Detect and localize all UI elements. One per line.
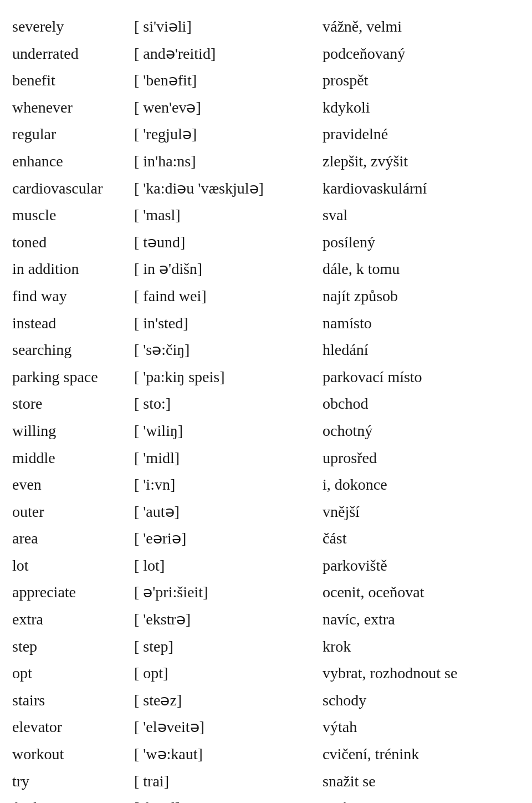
table-row: underrated[ andə'reitid]podceňovaný [11, 40, 521, 68]
translation-cell: sval [321, 202, 521, 229]
word-cell: workout [11, 741, 133, 768]
word-cell: underrated [11, 40, 133, 68]
phonetic-cell: [ faind] [133, 795, 321, 803]
translation-cell: dále, k tomu [321, 256, 521, 283]
translation-cell: vážně, velmi [321, 13, 521, 40]
word-cell: stairs [11, 687, 133, 714]
table-row: opt[ opt]vybrat, rozhodnout se [11, 660, 521, 687]
word-cell: step [11, 633, 133, 660]
word-cell: toned [11, 229, 133, 256]
word-cell: cardiovascular [11, 175, 133, 202]
table-row: store[ sto:]obchod [11, 390, 521, 418]
translation-cell: navíc, extra [321, 606, 521, 633]
word-cell: regular [11, 121, 133, 148]
translation-cell: vnější [321, 499, 521, 526]
table-row: searching[ 'sə:čiŋ]hledání [11, 337, 521, 364]
table-row: try[ trai]snažit se [11, 768, 521, 795]
table-row: lot[ lot]parkoviště [11, 552, 521, 580]
table-row: area[ 'eəriə]část [11, 525, 521, 552]
translation-cell: kdykoli [321, 94, 521, 121]
phonetic-cell: [ steəz] [133, 687, 321, 714]
word-cell: in addition [11, 256, 133, 283]
word-cell: parking space [11, 364, 133, 391]
phonetic-cell: [ si'viəli] [133, 13, 321, 40]
word-cell: opt [11, 660, 133, 687]
phonetic-cell: [ 'pa:kiŋ speis] [133, 364, 321, 391]
word-cell: lot [11, 552, 133, 580]
word-cell: middle [11, 445, 133, 472]
word-cell: severely [11, 13, 133, 40]
phonetic-cell: [ 'sə:čiŋ] [133, 337, 321, 364]
word-cell: extra [11, 606, 133, 633]
table-row: workout[ 'wə:kaut]cvičení, trénink [11, 741, 521, 768]
translation-cell: prospět [321, 67, 521, 94]
phonetic-cell: [ 'autə] [133, 499, 321, 526]
translation-cell: parkoviště [321, 552, 521, 580]
translation-cell: kardiovaskulární [321, 175, 521, 202]
translation-cell: namísto [321, 310, 521, 337]
phonetic-cell: [ 'wiliŋ] [133, 418, 321, 445]
word-cell: instead [11, 310, 133, 337]
word-cell: muscle [11, 202, 133, 229]
table-row: benefit[ 'benəfit]prospět [11, 67, 521, 94]
table-row: step[ step]krok [11, 633, 521, 660]
table-row: enhance[ in'ha:ns]zlepšit, zvýšit [11, 148, 521, 175]
translation-cell: zlepšit, zvýšit [321, 148, 521, 175]
word-cell: enhance [11, 148, 133, 175]
phonetic-cell: [ 'eləveitə] [133, 714, 321, 741]
translation-cell: ocenit, oceňovat [321, 579, 521, 606]
table-row: severely[ si'viəli]vážně, velmi [11, 13, 521, 40]
phonetic-cell: [ 'masl] [133, 202, 321, 229]
word-cell: area [11, 525, 133, 552]
table-row: whenever[ wen'evə]kdykoli [11, 94, 521, 121]
phonetic-cell: [ step] [133, 633, 321, 660]
word-cell: outer [11, 499, 133, 526]
table-row: elevator[ 'eləveitə]výtah [11, 714, 521, 741]
word-cell: whenever [11, 94, 133, 121]
phonetic-cell: [ 'ka:diəu 'væskjulə] [133, 175, 321, 202]
translation-cell: uprosřed [321, 445, 521, 472]
table-row: willing[ 'wiliŋ]ochotný [11, 418, 521, 445]
translation-cell: schody [321, 687, 521, 714]
word-cell: try [11, 768, 133, 795]
phonetic-cell: [ andə'reitid] [133, 40, 321, 68]
phonetic-cell: [ wen'evə] [133, 94, 321, 121]
word-cell: appreciate [11, 579, 133, 606]
word-cell: store [11, 390, 133, 418]
table-row: instead[ in'sted]namísto [11, 310, 521, 337]
word-cell: elevator [11, 714, 133, 741]
translation-cell: část [321, 525, 521, 552]
translation-cell: obchod [321, 390, 521, 418]
translation-cell: hledání [321, 337, 521, 364]
table-row: cardiovascular[ 'ka:diəu 'væskjulə]kardi… [11, 175, 521, 202]
translation-cell: najít způsob [321, 283, 521, 310]
table-row: parking space[ 'pa:kiŋ speis]parkovací m… [11, 364, 521, 391]
table-row: regular[ 'regjulə]pravidelné [11, 121, 521, 148]
phonetic-cell: [ opt] [133, 660, 321, 687]
table-row: find way[ faind wei]najít způsob [11, 283, 521, 310]
table-row: outer[ 'autə]vnější [11, 499, 521, 526]
phonetic-cell: [ 'i:vn] [133, 471, 321, 499]
table-row: even[ 'i:vn]i, dokonce [11, 471, 521, 499]
translation-cell: parkovací místo [321, 364, 521, 391]
translation-cell: ochotný [321, 418, 521, 445]
phonetic-cell: [ 'regjulə] [133, 121, 321, 148]
table-row: toned[ təund]posílený [11, 229, 521, 256]
word-cell: willing [11, 418, 133, 445]
phonetic-cell: [ 'benəfit] [133, 67, 321, 94]
phonetic-cell: [ trai] [133, 768, 321, 795]
word-cell: find way [11, 283, 133, 310]
translation-cell: podceňovaný [321, 40, 521, 68]
translation-cell: výtah [321, 714, 521, 741]
translation-cell: i, dokonce [321, 471, 521, 499]
table-row: middle[ 'midl]uprosřed [11, 445, 521, 472]
phonetic-cell: [ 'eəriə] [133, 525, 321, 552]
phonetic-cell: [ təund] [133, 229, 321, 256]
phonetic-cell: [ faind wei] [133, 283, 321, 310]
phonetic-cell: [ in'sted] [133, 310, 321, 337]
translation-cell: pravidelné [321, 121, 521, 148]
table-row: stairs[ steəz]schody [11, 687, 521, 714]
translation-cell: krok [321, 633, 521, 660]
word-cell: find [11, 795, 133, 803]
translation-cell: snažit se [321, 768, 521, 795]
